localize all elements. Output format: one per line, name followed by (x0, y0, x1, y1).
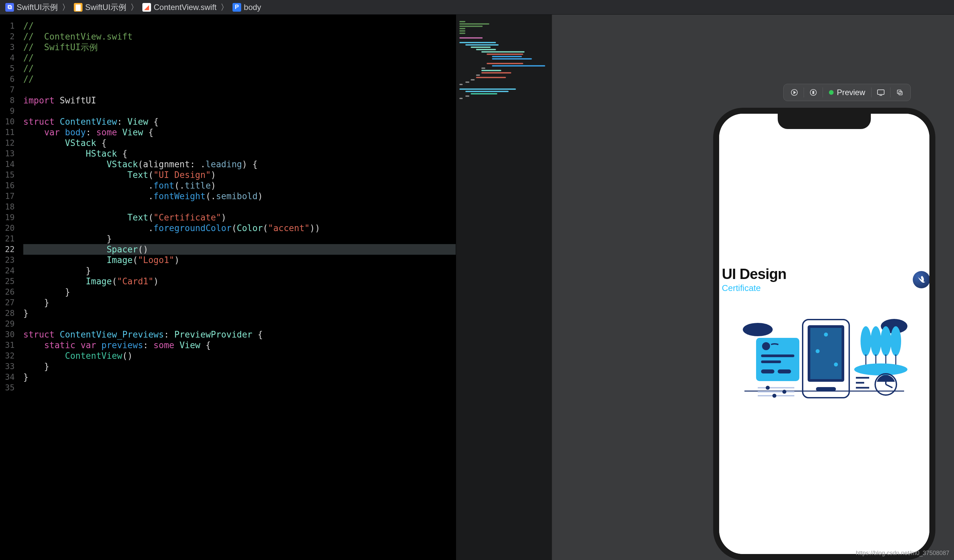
swift-file-icon: ◢ (142, 3, 151, 12)
svg-rect-16 (778, 369, 791, 373)
breadcrumb-file-label: ContentView.swift (154, 3, 217, 12)
device-settings-button[interactable] (871, 85, 890, 100)
preview-label: Preview (837, 88, 865, 97)
chevron-right-icon: 〉 (130, 2, 139, 12)
svg-rect-35 (758, 391, 794, 392)
svg-rect-4 (878, 90, 884, 95)
breadcrumb-symbol-label: body (244, 3, 261, 12)
svg-rect-7 (899, 92, 902, 95)
simulator-device: UI Design Certificate (713, 108, 935, 560)
code-editor[interactable]: 1234567891011121314151617181920212223242… (0, 15, 456, 560)
duplicate-preview-button[interactable] (890, 85, 909, 100)
svg-point-9 (743, 323, 773, 336)
svg-point-32 (854, 364, 907, 375)
svg-point-20 (824, 333, 828, 336)
chevron-right-icon: 〉 (221, 2, 229, 12)
breadcrumb-project-label: SwiftUI示例 (17, 2, 58, 12)
breadcrumb: ⧉ SwiftUI示例 〉 ▇ SwiftUI示例 〉 ◢ ContentVie… (0, 0, 954, 15)
swift-logo-icon (913, 271, 930, 288)
line-gutter: 1234567891011121314151617181920212223242… (0, 15, 19, 560)
simulator-screen[interactable]: UI Design Certificate (719, 114, 929, 554)
svg-marker-1 (793, 91, 796, 93)
device-notch (778, 114, 871, 129)
card-illustration (725, 297, 924, 402)
live-preview-play-button[interactable] (785, 85, 804, 100)
preview-status[interactable]: Preview (823, 88, 871, 97)
svg-rect-23 (816, 387, 836, 391)
chevron-right-icon: 〉 (62, 2, 70, 12)
preview-subtitle: Certificate (722, 283, 786, 293)
svg-rect-34 (758, 387, 794, 389)
project-icon: ⧉ (5, 3, 14, 12)
preview-title: UI Design (722, 266, 786, 282)
svg-point-25 (870, 326, 881, 356)
svg-rect-13 (761, 355, 794, 357)
preview-toolbar: Preview (783, 84, 911, 101)
live-preview-stop-button[interactable] (804, 85, 823, 100)
svg-point-24 (860, 326, 871, 356)
svg-point-21 (815, 349, 820, 353)
folder-icon: ▇ (74, 3, 83, 12)
svg-point-39 (772, 394, 776, 398)
canvas-pane: Preview UI Design Certificate (552, 15, 954, 560)
svg-point-22 (834, 362, 838, 367)
svg-point-26 (881, 326, 891, 356)
svg-point-37 (766, 386, 770, 390)
svg-rect-3 (813, 91, 814, 93)
breadcrumb-folder-label: SwiftUI示例 (85, 2, 126, 12)
code-area[interactable]: //// ContentView.swift// SwiftUI示例//////… (19, 15, 456, 560)
svg-rect-14 (761, 361, 781, 363)
property-icon: P (232, 3, 241, 12)
minimap[interactable] (456, 15, 552, 560)
svg-point-38 (783, 390, 786, 394)
breadcrumb-symbol[interactable]: P body (231, 2, 263, 12)
status-dot-icon (829, 90, 834, 95)
breadcrumb-file[interactable]: ◢ ContentView.swift (140, 2, 218, 12)
breadcrumb-project[interactable]: ⧉ SwiftUI示例 (3, 2, 60, 13)
breadcrumb-folder[interactable]: ▇ SwiftUI示例 (72, 2, 128, 13)
svg-point-27 (890, 326, 901, 356)
svg-rect-15 (761, 369, 775, 373)
svg-point-12 (762, 342, 770, 350)
watermark: https://blog.csdn.net/m0_37508087 (856, 550, 949, 557)
